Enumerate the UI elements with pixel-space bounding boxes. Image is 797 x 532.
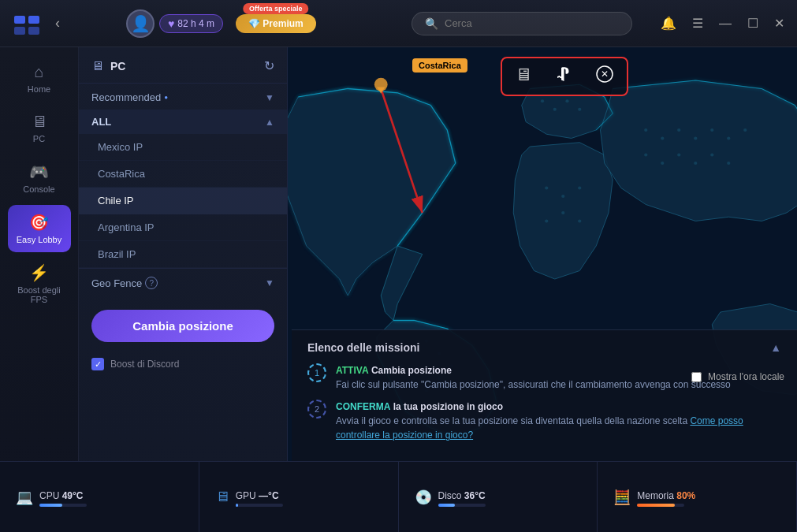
- panel-refresh-button[interactable]: ↻: [264, 58, 274, 73]
- gpu-bar: [236, 504, 283, 507]
- notification-button[interactable]: 🔔: [657, 13, 680, 34]
- geo-question-icon: ?: [145, 277, 158, 289]
- mission-num-2: 2: [307, 400, 326, 419]
- memoria-bar-fill: [637, 504, 675, 507]
- svg-point-35: [545, 219, 548, 222]
- recommended-section[interactable]: Recommended ● ▼: [79, 84, 287, 110]
- panel-header: 🖥 PC ↻: [79, 47, 287, 84]
- server-item-argentina[interactable]: Argentina IP: [79, 214, 287, 241]
- cpu-bar-fill: [39, 504, 62, 507]
- geo-fence-section[interactable]: Geo Fence ? ▼: [79, 268, 287, 297]
- sidebar-item-boost-fps[interactable]: ⚡ Boost degli FPS: [8, 255, 71, 312]
- svg-point-16: [565, 99, 568, 102]
- gpu-label: GPU: [236, 490, 259, 501]
- missions-header: Elenco delle missioni ▲: [307, 341, 781, 354]
- svg-point-17: [578, 108, 581, 111]
- svg-point-33: [578, 186, 581, 189]
- disco-bar-fill: [438, 504, 456, 507]
- sidebar-item-console[interactable]: 🎮 Console: [8, 154, 71, 202]
- svg-point-28: [694, 162, 697, 165]
- pc-platform-tab[interactable]: 🖥: [510, 63, 537, 90]
- main-area: 🖥 PC ↻ Recommended ● ▼ ALL ▲ Mexico IP C…: [79, 47, 797, 532]
- sidebar-item-pc[interactable]: 🖥 PC: [8, 105, 71, 151]
- mission-text-2: CONFERMA la tua posizione in gioco Avvia…: [336, 400, 781, 442]
- gpu-icon: 🖥: [215, 489, 229, 505]
- cpu-label: CPU: [39, 490, 62, 501]
- easy-lobby-icon: 🎯: [29, 213, 49, 232]
- sidebar-item-easy-lobby[interactable]: 🎯 Easy Lobby: [8, 205, 71, 252]
- xbox-platform-tab[interactable]: ✕: [590, 63, 619, 90]
- close-button[interactable]: ✕: [771, 13, 788, 34]
- svg-point-19: [661, 136, 664, 140]
- all-label: ALL: [91, 116, 111, 128]
- cpu-icon: 💻: [16, 489, 33, 506]
- gpu-bar-fill: [236, 504, 238, 507]
- local-time-checkbox[interactable]: [691, 372, 702, 382]
- svg-text:✕: ✕: [601, 69, 609, 80]
- svg-point-15: [553, 108, 557, 111]
- recommended-chevron-icon: ▼: [265, 92, 274, 103]
- svg-point-24: [743, 128, 747, 132]
- svg-point-22: [710, 128, 713, 132]
- svg-point-14: [541, 99, 544, 102]
- status-gpu: 🖥 GPU —°C: [199, 462, 399, 532]
- boost-discord-checkbox[interactable]: ✓: [91, 358, 104, 370]
- gpu-value: —°C: [259, 490, 278, 501]
- svg-point-29: [710, 153, 713, 156]
- topbar-actions: 🔔 ☰ — ☐ ✕: [657, 13, 788, 34]
- ps-platform-tab[interactable]: [549, 63, 578, 90]
- console-icon: 🎮: [29, 162, 49, 181]
- cpu-value: 49°C: [62, 490, 84, 501]
- minimize-button[interactable]: —: [716, 13, 735, 34]
- geo-fence-label: Geo Fence: [91, 277, 142, 289]
- boost-discord-row: ✓ Boost di Discord: [79, 355, 287, 374]
- recommended-dot: ●: [164, 94, 168, 101]
- all-section[interactable]: ALL ▲: [79, 110, 287, 134]
- offerta-badge: Offerta speciale: [243, 3, 309, 14]
- sidebar-item-label: Easy Lobby: [17, 235, 61, 244]
- sidebar-item-label: PC: [33, 134, 45, 143]
- svg-rect-2: [14, 27, 25, 35]
- disco-bar: [438, 504, 486, 507]
- svg-point-25: [644, 153, 647, 156]
- mission-title-2: la tua posizione in gioco: [393, 401, 503, 412]
- server-item-chile[interactable]: Chile IP: [79, 188, 287, 214]
- server-item-brazil[interactable]: Brazil IP: [79, 241, 287, 268]
- svg-point-21: [694, 136, 697, 140]
- svg-point-20: [677, 128, 680, 132]
- svg-point-23: [727, 136, 730, 140]
- sidebar-item-label: Home: [28, 84, 50, 94]
- svg-point-26: [661, 162, 664, 165]
- server-item-costarica[interactable]: CostaRica: [79, 161, 287, 188]
- restore-button[interactable]: ☐: [744, 13, 762, 34]
- geo-chevron-icon: ▼: [265, 277, 274, 288]
- memoria-value: 80%: [676, 490, 695, 501]
- back-button[interactable]: ‹: [52, 12, 63, 35]
- status-bar: 💻 CPU 49°C 🖥 GPU —°C 💿 Disco 36°C: [0, 461, 797, 532]
- search-bar[interactable]: 🔍: [412, 12, 632, 35]
- local-time-row: Mostra l'ora locale: [691, 371, 784, 382]
- server-item-mexico[interactable]: Mexico IP: [79, 134, 287, 161]
- svg-rect-1: [28, 16, 39, 24]
- panel-title: PC: [110, 60, 125, 73]
- svg-point-32: [561, 195, 564, 198]
- disco-label: Disco: [438, 490, 464, 501]
- app-logo: [9, 6, 44, 41]
- svg-point-31: [545, 186, 548, 189]
- menu-button[interactable]: ☰: [689, 13, 706, 34]
- status-cpu: 💻 CPU 49°C: [0, 462, 199, 532]
- premium-button[interactable]: Offerta speciale 💎 Premium: [236, 14, 316, 33]
- xp-display: ♥ 82 h 4 m: [159, 14, 223, 33]
- recommended-label: Recommended: [91, 91, 161, 103]
- panel-pc-icon: 🖥: [91, 59, 104, 73]
- disco-icon: 💿: [415, 489, 432, 506]
- search-input[interactable]: [445, 17, 619, 29]
- missions-collapse-button[interactable]: ▲: [770, 341, 781, 354]
- memoria-icon: 🧮: [613, 489, 631, 506]
- sidebar: ⌂ Home 🖥 PC 🎮 Console 🎯 Easy Lobby ⚡ Boo…: [0, 47, 79, 532]
- sidebar-item-home[interactable]: ⌂ Home: [8, 55, 71, 102]
- sidebar-item-label: Console: [23, 184, 54, 194]
- cambia-posizione-button[interactable]: Cambia posizione: [91, 310, 274, 342]
- local-time-label: Mostra l'ora locale: [708, 371, 784, 382]
- user-avatar: 👤: [126, 9, 155, 38]
